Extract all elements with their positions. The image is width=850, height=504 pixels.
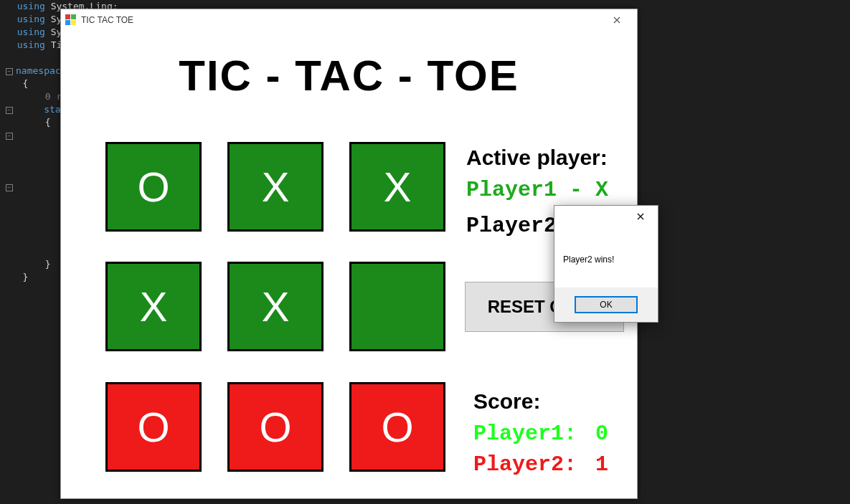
message-box: Player2 wins! OK [554, 205, 658, 323]
active-player-heading: Active player: [466, 146, 608, 170]
board-cell-2-1[interactable]: O [227, 382, 324, 472]
ok-label: OK [600, 300, 612, 310]
close-icon [637, 213, 644, 220]
message-box-ok-button[interactable]: OK [575, 296, 638, 313]
board-cell-1-0[interactable]: X [105, 262, 202, 351]
board-cell-1-1[interactable]: X [227, 262, 324, 351]
cell-mark: X [384, 163, 412, 211]
close-icon [613, 16, 620, 24]
board-cell-2-2[interactable]: O [349, 382, 445, 472]
window-title: TIC TAC TOE [81, 15, 133, 25]
message-box-footer: OK [554, 287, 658, 322]
message-box-text: Player2 wins! [554, 227, 658, 265]
message-box-close-button[interactable] [626, 207, 655, 226]
cell-mark: O [137, 403, 169, 451]
cell-mark: X [262, 163, 290, 211]
window-close-button[interactable] [601, 10, 633, 30]
window-titlebar[interactable]: TIC TAC TOE [61, 9, 637, 31]
board-cell-1-2[interactable] [349, 262, 445, 351]
cell-mark: O [137, 163, 169, 211]
board-cell-0-2[interactable]: X [349, 142, 445, 232]
cell-mark: O [381, 403, 413, 451]
score-heading: Score: [473, 389, 540, 414]
winforms-icon [65, 14, 77, 26]
board-cell-2-0[interactable]: O [105, 382, 202, 472]
window-client-area: TIC - TAC - TOE O X X X X O O O Active p… [61, 31, 637, 498]
score-p1-value: 0 [595, 422, 608, 446]
board-cell-0-0[interactable]: O [105, 142, 202, 232]
score-p1-name: Player1: [473, 422, 577, 446]
cell-mark: O [259, 403, 291, 451]
game-title: TIC - TAC - TOE [61, 51, 637, 100]
tic-tac-toe-window: TIC TAC TOE TIC - TAC - TOE O X X X X O … [60, 9, 638, 499]
score-p2-name: Player2: [473, 452, 577, 477]
cell-mark: X [140, 282, 168, 331]
score-p2-value: 1 [595, 452, 608, 477]
cell-mark: X [262, 282, 290, 331]
message-box-titlebar[interactable] [554, 206, 658, 227]
player1-label: Player1 - X [466, 178, 608, 202]
board-cell-0-1[interactable]: X [227, 142, 324, 232]
player2-label: Player2 [466, 214, 557, 238]
